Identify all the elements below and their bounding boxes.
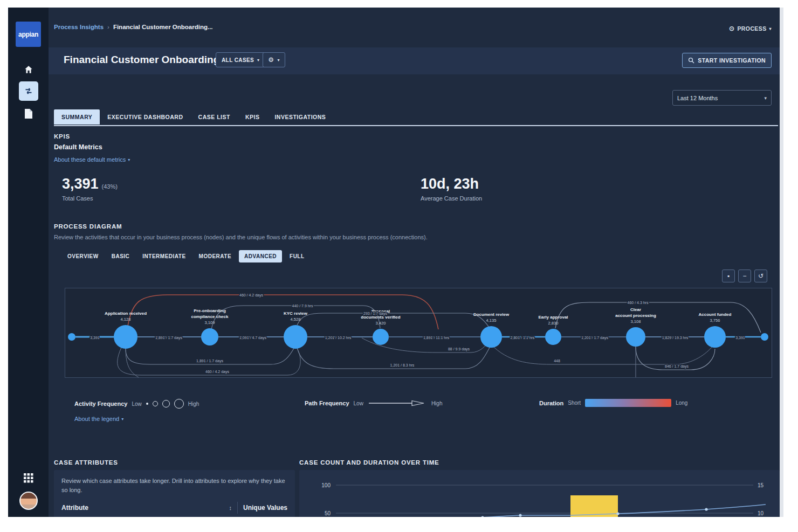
about-default-metrics-link[interactable]: About these default metrics ▾ [54, 156, 130, 163]
activity-node-account-funded[interactable] [704, 326, 726, 348]
activity-label: Document review [473, 312, 510, 317]
about-default-metrics-text: About these default metrics [54, 156, 126, 163]
appian-logo[interactable]: appian [16, 22, 41, 47]
tab-underline [54, 125, 778, 126]
activity-frequency-label: Activity Frequency [74, 400, 127, 407]
tab-executive-dashboard[interactable]: EXECUTIVE DASHBOARD [100, 109, 190, 125]
page-title: Financial Customer Onboarding [64, 54, 219, 66]
sidebar-item-records[interactable] [23, 107, 35, 121]
activity-node-application-received[interactable] [114, 325, 137, 349]
column-unique-values[interactable]: Unique Values [243, 504, 287, 512]
start-investigation-button[interactable]: START INVESTIGATION [682, 53, 772, 68]
kpi-total-cases-annotation: (43%) [102, 183, 118, 190]
search-icon [688, 57, 694, 64]
detail-tab-basic[interactable]: BASIC [106, 250, 135, 262]
activity-frequency-high: High [188, 401, 200, 407]
sidebar-item-home[interactable] [22, 63, 35, 76]
diagram-toolbar: ▪ − ↺ [722, 270, 767, 282]
user-avatar[interactable] [19, 492, 38, 510]
right-axis-tick: 10 [758, 510, 764, 516]
scrollbar[interactable] [780, 8, 783, 517]
activity-node-proposal-documents-verified[interactable] [373, 329, 389, 345]
edge-label: 460 / 4.2 days [205, 370, 229, 374]
edge-label: 1,201 / 1.7 days [581, 336, 608, 340]
right-axis-tick: 15 [758, 482, 764, 488]
activity-node-document-review[interactable] [480, 326, 502, 348]
case-count-section-label: CASE COUNT AND DURATION OVER TIME [299, 459, 439, 466]
gear-icon: ⚙ [268, 56, 274, 64]
tab-investigations[interactable]: INVESTIGATIONS [267, 109, 333, 125]
size-dot-smallest [146, 403, 148, 405]
edge-label: 846 / 1.7 days [665, 364, 689, 369]
activity-count: 3,108 [631, 319, 641, 324]
tab-case-list[interactable]: CASE LIST [191, 109, 238, 125]
detail-tab-moderate[interactable]: MODERATE [194, 250, 237, 262]
process-diagram-description: Review the activities that occur in your… [54, 234, 647, 240]
zoom-out-button[interactable]: − [738, 270, 751, 282]
sidebar-item-process-insights[interactable] [19, 81, 38, 101]
breadcrumb-separator: › [107, 24, 109, 30]
activity-node-pre-onboarding-compliance-check[interactable] [201, 328, 218, 346]
diagram-detail-tab-bar: OVERVIEW BASIC INTERMEDIATE MODERATE ADV… [62, 250, 310, 262]
activity-node-clear-account-processing[interactable] [626, 327, 645, 347]
left-axis-tick: 50 [325, 510, 331, 516]
edge [555, 302, 761, 333]
sidebar-item-apps[interactable] [23, 472, 35, 484]
chevron-down-icon: ▾ [128, 157, 130, 162]
activity-count: 4,128 [121, 317, 131, 322]
tab-summary[interactable]: SUMMARY [54, 109, 100, 125]
activity-count: 3,420 [376, 321, 386, 326]
about-legend-text: About the legend [74, 416, 119, 422]
detail-tab-intermediate[interactable]: INTERMEDIATE [137, 250, 191, 262]
edge-label: 1,891 / 11.1 hrs [423, 336, 450, 340]
detail-tab-advanced[interactable]: ADVANCED [239, 250, 282, 262]
path-frequency-label: Path Frequency [305, 400, 349, 406]
all-cases-button[interactable]: ALL CASES ▾ [216, 52, 266, 67]
process-flow-icon [23, 85, 35, 97]
breadcrumb: Process Insights › Financial Customer On… [54, 24, 213, 30]
column-attribute[interactable]: Attribute [61, 504, 88, 512]
edge-label: 460 / 4.2 days [239, 293, 263, 298]
all-cases-label: ALL CASES [222, 57, 254, 63]
line-point[interactable] [705, 508, 707, 510]
edge-label: 1,201 / 10.2 hrs [325, 336, 352, 340]
screenshot-frame: appian [0, 0, 798, 532]
edge-label: 1,091 / 4.7 days [239, 336, 266, 340]
process-menu-label: PROCESS [737, 25, 766, 32]
fit-to-screen-button[interactable]: ▪ [722, 270, 735, 282]
end-node[interactable] [761, 333, 768, 341]
activity-node-early-approval[interactable] [545, 329, 561, 345]
detail-tab-overview[interactable]: OVERVIEW [62, 250, 104, 262]
sort-icon[interactable]: ↕ [229, 505, 232, 511]
breadcrumb-parent-link[interactable]: Process Insights [54, 24, 104, 30]
column-divider [237, 502, 238, 514]
case-attributes-section-label: CASE ATTRIBUTES [54, 459, 118, 466]
duration-legend: Duration Short Long [539, 399, 687, 407]
start-node[interactable] [68, 333, 75, 341]
line-point[interactable] [616, 512, 619, 515]
size-dot-large [174, 399, 184, 409]
activity-label: documents verified [361, 315, 400, 320]
edge-label: 293 / 1.7 days [363, 312, 387, 316]
detail-tab-full[interactable]: FULL [284, 250, 310, 262]
activity-label: Application received [105, 311, 147, 316]
settings-gear-button[interactable]: ⚙ ▾ [263, 52, 285, 67]
line-point[interactable] [519, 514, 521, 516]
activity-label: compliance check [191, 314, 229, 319]
kpi-avg-duration-label: Average Case Duration [421, 195, 482, 202]
edge-label: 1,891 / 1.7 days [155, 336, 182, 340]
time-range-select[interactable]: Last 12 Months ▾ [672, 90, 772, 106]
tab-kpis[interactable]: KPIS [238, 109, 267, 125]
activity-node-kyc-review[interactable] [284, 325, 307, 349]
breadcrumb-current: Financial Customer Onboarding... [113, 24, 213, 30]
line-point[interactable] [481, 516, 484, 517]
edge [491, 344, 712, 364]
edge-label: 3,391 [90, 336, 100, 340]
process-menu-button[interactable]: ⊙ PROCESS ▾ [726, 24, 775, 33]
process-diagram-canvas[interactable]: Application received 4,128 Pre-onboardin… [65, 288, 772, 378]
reset-view-button[interactable]: ↺ [754, 270, 767, 282]
about-legend-link[interactable]: About the legend ▾ [74, 416, 123, 422]
path-frequency-low: Low [354, 400, 363, 406]
duration-short: Short [568, 400, 581, 406]
activity-count: 2,830 [548, 321, 559, 326]
